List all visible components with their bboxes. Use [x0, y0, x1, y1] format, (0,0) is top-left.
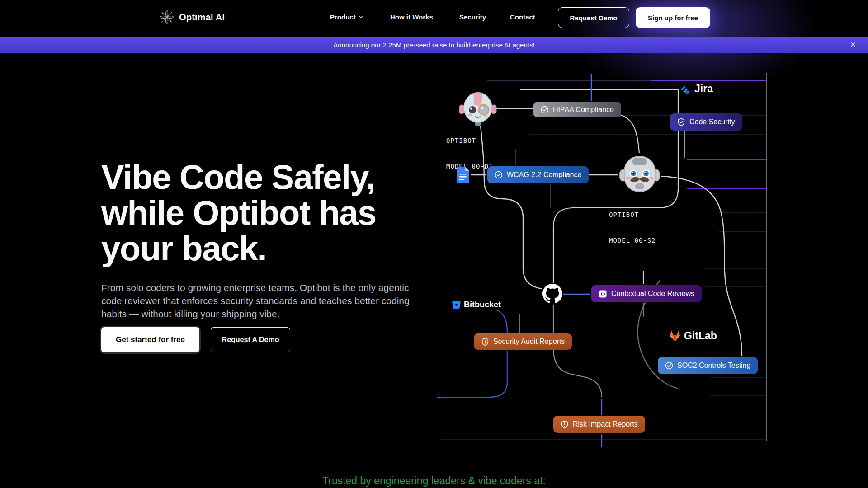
hero-subtext: From solo coders to growing enterprise t…	[101, 281, 423, 320]
chevron-down-icon	[359, 15, 363, 19]
announcement-banner: Announcing our 2.25M pre-seed raise to b…	[0, 37, 868, 53]
page: Optimal AI Product How it Works Security…	[0, 0, 868, 488]
shield-check-icon	[677, 118, 685, 127]
check-circle-icon	[541, 106, 549, 114]
document-icon	[457, 167, 469, 183]
headline-line-3: your back.	[101, 230, 376, 266]
shield-alert-icon	[481, 338, 489, 346]
nav-item-how-it-works[interactable]: How it Works	[390, 13, 433, 21]
headline-line-1: Vibe Code Safely,	[101, 159, 376, 195]
badge-soc2-controls-testing: SOC2 Controls Testing	[658, 357, 758, 374]
badge-security-audit-reports: Security Audit Reports	[474, 333, 572, 350]
get-started-button[interactable]: Get started for free	[101, 327, 199, 352]
nav-item-security[interactable]: Security	[459, 13, 486, 21]
request-demo-button[interactable]: Request Demo	[558, 7, 629, 28]
check-circle-icon	[665, 361, 673, 370]
brand-logo[interactable]: Optimal AI	[159, 9, 225, 25]
starburst-logo-icon	[159, 9, 175, 25]
gitlab-label: GitLab	[684, 330, 717, 342]
badge-contextual-code-reviews: Contextual Code Reviews	[591, 285, 702, 302]
bitbucket-logo: Bitbucket	[452, 300, 501, 310]
gitlab-logo: GitLab	[669, 330, 717, 342]
nav-item-product[interactable]: Product	[330, 13, 363, 21]
optibot-avatar-s2	[619, 155, 660, 194]
shield-alert-icon	[561, 420, 569, 429]
check-circle-icon	[495, 171, 503, 179]
close-icon[interactable]: ✕	[846, 37, 860, 53]
optibot-d1-label: OPTIBOT MODEL 00-D1	[446, 119, 493, 188]
jira-label: Jira	[694, 83, 713, 95]
jira-icon	[679, 83, 691, 94]
hero-headline: Vibe Code Safely, while Optibot has your…	[101, 159, 376, 266]
brand-name: Optimal AI	[179, 12, 225, 23]
bitbucket-icon	[452, 301, 461, 309]
badge-code-security: Code Security	[670, 113, 742, 131]
announcement-text: Announcing our 2.25M pre-seed raise to b…	[333, 41, 534, 49]
trust-text: Trusted by engineering leaders & vibe co…	[0, 475, 868, 487]
bitbucket-label: Bitbucket	[464, 300, 501, 310]
optibot-s2-label: OPTIBOT MODEL 00-S2	[609, 193, 656, 262]
badge-wcag-compliance: WCAG 2.2 Compliance	[487, 166, 589, 183]
headline-line-2: while Optibot has	[101, 195, 376, 230]
badge-hipaa-compliance: HIPAA Compliance	[533, 102, 621, 117]
header: Optimal AI Product How it Works Security…	[0, 0, 868, 37]
code-square-icon	[599, 290, 607, 298]
badge-risk-impact-reports: Risk Impact Reports	[553, 416, 645, 433]
github-icon	[542, 284, 562, 304]
gitlab-icon	[669, 330, 681, 342]
jira-logo: Jira	[679, 83, 713, 95]
signup-button[interactable]: Sign up for free	[636, 7, 710, 28]
nav-item-contact[interactable]: Contact	[510, 13, 535, 21]
request-a-demo-button[interactable]: Request A Demo	[211, 327, 290, 352]
